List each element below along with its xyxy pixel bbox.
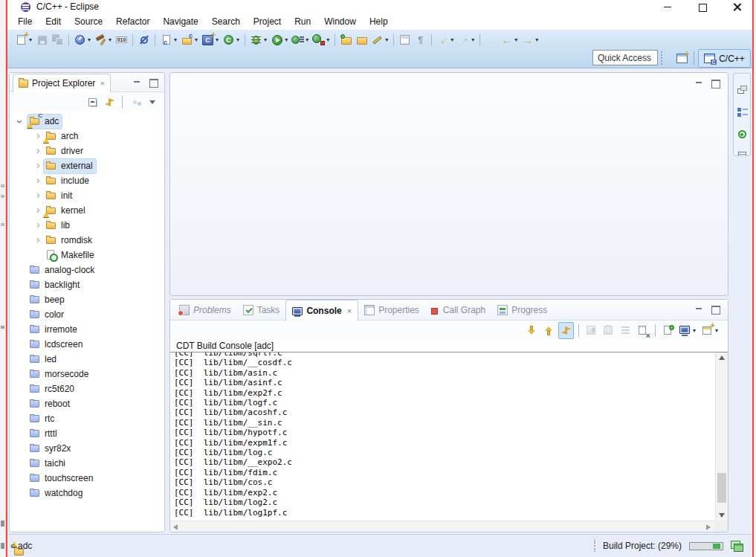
chevron-icon[interactable] xyxy=(16,323,28,335)
tree-item[interactable]: kernel xyxy=(10,203,164,218)
binary-button[interactable] xyxy=(114,31,129,48)
chevron-icon[interactable] xyxy=(32,130,44,142)
progress-view-icon[interactable] xyxy=(731,541,743,552)
tree-item[interactable]: reboot xyxy=(10,396,164,411)
tree-item[interactable]: adc xyxy=(10,114,164,129)
menu-window[interactable]: Window xyxy=(317,14,363,29)
tab-problems[interactable]: Problems xyxy=(173,300,237,320)
scroll-left-icon[interactable] xyxy=(173,524,178,530)
chevron-icon[interactable] xyxy=(16,264,28,276)
tree-item[interactable]: driver xyxy=(10,144,164,158)
forward-button[interactable] xyxy=(520,31,540,48)
open-console-button[interactable] xyxy=(700,322,720,339)
menu-navigate[interactable]: Navigate xyxy=(156,14,204,29)
chevron-icon[interactable] xyxy=(16,279,28,291)
minimize-view-button[interactable] xyxy=(133,79,140,86)
search-toggle-button[interactable] xyxy=(136,31,152,48)
chevron-icon[interactable] xyxy=(16,383,28,395)
pin-console-button[interactable] xyxy=(660,322,676,339)
close-icon[interactable] xyxy=(100,79,104,88)
vertical-scrollbar[interactable] xyxy=(715,352,728,521)
display-console-button[interactable] xyxy=(677,322,698,339)
menu-file[interactable]: File xyxy=(11,14,39,29)
save-button[interactable] xyxy=(34,31,50,48)
perspective-cpp-button[interactable]: C/C++ xyxy=(698,49,751,68)
chevron-icon[interactable] xyxy=(16,487,28,499)
tree-item[interactable]: rtc xyxy=(10,411,164,426)
chevron-icon[interactable] xyxy=(16,353,28,365)
tab-console[interactable]: Console xyxy=(285,300,358,321)
last-edit-location-button[interactable] xyxy=(435,31,456,48)
maximize-view-button[interactable] xyxy=(711,80,719,87)
tree-item[interactable]: Makefile xyxy=(10,248,164,263)
tree-item[interactable]: irremote xyxy=(10,322,164,337)
coverage-button[interactable] xyxy=(311,31,332,48)
save-all-button[interactable] xyxy=(50,31,65,48)
tree-item[interactable]: beep xyxy=(10,292,164,307)
tree-item[interactable]: watchdog xyxy=(10,486,164,500)
chevron-icon[interactable] xyxy=(32,175,44,187)
outline-view-button[interactable] xyxy=(734,103,750,120)
show-whitespace-button[interactable] xyxy=(413,31,428,48)
scroll-right-icon[interactable] xyxy=(706,524,711,530)
scrollbar-thumb[interactable] xyxy=(717,473,726,503)
link-with-editor-button[interactable] xyxy=(102,94,117,111)
run-button[interactable] xyxy=(269,31,290,48)
make-target-view-button[interactable] xyxy=(734,126,750,143)
chevron-icon[interactable] xyxy=(16,368,28,380)
back-disabled-button[interactable] xyxy=(483,31,499,48)
show-console-on-output-button[interactable] xyxy=(558,322,574,339)
chevron-icon[interactable] xyxy=(16,472,28,484)
horizontal-scrollbar[interactable] xyxy=(170,521,715,532)
profiling-tools-button[interactable] xyxy=(72,31,93,48)
chevron-icon[interactable] xyxy=(32,145,44,157)
word-wrap-button[interactable] xyxy=(618,322,633,339)
tree-item[interactable]: led xyxy=(10,352,164,367)
focus-button[interactable] xyxy=(127,94,143,111)
tab-tasks[interactable]: Tasks xyxy=(237,300,286,320)
view-document-button[interactable] xyxy=(397,31,413,48)
tree-item[interactable]: lcdscreen xyxy=(10,337,164,352)
tree-item[interactable]: romdisk xyxy=(10,233,164,248)
chevron-icon[interactable] xyxy=(16,428,28,440)
chevron-icon[interactable] xyxy=(16,115,28,127)
menu-project[interactable]: Project xyxy=(247,14,288,29)
chevron-icon[interactable] xyxy=(16,338,28,350)
tree-item[interactable]: touchscreen xyxy=(10,471,164,486)
tree-item[interactable]: analog-clock xyxy=(10,263,164,277)
window-maximize-button[interactable] xyxy=(698,2,707,11)
chevron-icon[interactable] xyxy=(32,249,44,261)
window-close-button[interactable] xyxy=(733,2,742,11)
collapse-all-button[interactable] xyxy=(85,94,100,111)
save-console-button[interactable] xyxy=(584,322,599,339)
new-class-button[interactable] xyxy=(221,31,242,48)
editor-area[interactable] xyxy=(169,72,728,296)
chevron-icon[interactable] xyxy=(16,294,28,306)
scroll-up-icon[interactable] xyxy=(719,355,725,360)
new-c-project-button[interactable] xyxy=(200,31,221,48)
restore-view-button[interactable] xyxy=(734,81,750,98)
chevron-icon[interactable] xyxy=(32,190,44,202)
tab-properties[interactable]: Properties xyxy=(358,300,425,320)
chevron-icon[interactable] xyxy=(32,234,44,246)
chevron-icon[interactable] xyxy=(16,457,28,469)
previous-error-button[interactable] xyxy=(541,322,557,339)
build-button[interactable] xyxy=(93,31,114,48)
chevron-icon[interactable] xyxy=(16,413,28,425)
menu-run[interactable]: Run xyxy=(288,14,317,29)
tree-item[interactable]: taichi xyxy=(10,456,164,471)
maximize-view-button[interactable] xyxy=(149,79,157,86)
tree-item[interactable]: syr82x xyxy=(10,441,164,456)
menu-edit[interactable]: Edit xyxy=(39,14,68,29)
tree-item[interactable]: color xyxy=(10,307,164,322)
quick-access-input[interactable]: Quick Access xyxy=(592,50,658,65)
tree-item[interactable]: morsecode xyxy=(10,367,164,381)
chevron-icon[interactable] xyxy=(32,205,44,216)
tree-item[interactable]: init xyxy=(10,188,164,203)
tab-progress[interactable]: Progress xyxy=(491,300,553,320)
close-icon[interactable] xyxy=(347,306,352,315)
project-explorer-tab[interactable]: Project Explorer xyxy=(13,74,111,92)
scroll-lock-button[interactable] xyxy=(601,322,616,339)
debug-button[interactable] xyxy=(248,31,269,48)
next-edit-location-button[interactable] xyxy=(456,31,476,48)
